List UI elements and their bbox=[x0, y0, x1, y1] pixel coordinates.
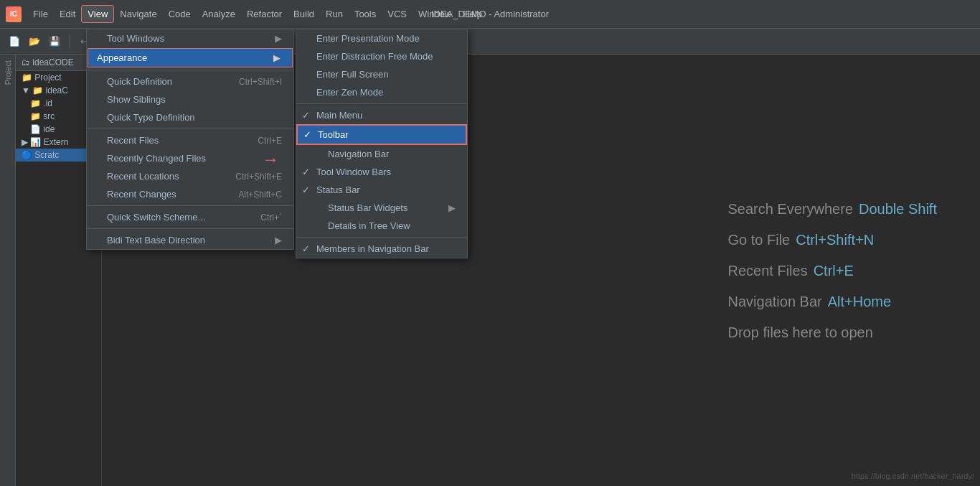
toolbar-save[interactable]: 💾 bbox=[46, 33, 63, 50]
view-menu-recent-changes-label: Recent Changes bbox=[107, 189, 217, 200]
view-menu-recent-files[interactable]: Recent Files Ctrl+E bbox=[87, 131, 293, 149]
appearance-status-bar-check: ✓ bbox=[302, 184, 310, 195]
appearance-full-screen[interactable]: Enter Full Screen bbox=[296, 65, 467, 83]
view-menu-tool-windows-label: Tool Windows bbox=[107, 33, 275, 44]
shortcut-search-label: Search Everywhere bbox=[728, 200, 854, 217]
view-menu-quick-def-shortcut: Ctrl+Shift+I bbox=[217, 77, 282, 87]
watermark: https://blog.csdn.net/hacker_hardy/ bbox=[852, 472, 974, 480]
shortcut-goto-label: Go to File bbox=[728, 231, 791, 248]
view-menu-quick-type-def-label: Quick Type Definition bbox=[107, 112, 282, 123]
shortcuts-display: Search Everywhere Double Shift Go to Fil… bbox=[728, 200, 938, 340]
shortcut-goto-key: Ctrl+Shift+N bbox=[796, 231, 874, 248]
view-menu-quick-switch[interactable]: Quick Switch Scheme... Ctrl+` bbox=[87, 208, 293, 226]
view-menu-recently-changed[interactable]: Recently Changed Files bbox=[87, 149, 293, 167]
appearance-status-bar[interactable]: ✓ Status Bar bbox=[296, 181, 467, 199]
shortcut-goto: Go to File Ctrl+Shift+N bbox=[728, 231, 938, 248]
appearance-tool-window-bars[interactable]: ✓ Tool Window Bars bbox=[296, 163, 467, 181]
view-menu-bidi-label: Bidi Text Base Direction bbox=[107, 235, 275, 246]
sidebar-project-label[interactable]: Project bbox=[4, 60, 12, 85]
appearance-details-tree[interactable]: Details in Tree View bbox=[296, 217, 467, 235]
view-menu-quick-def-label: Quick Definition bbox=[107, 76, 217, 87]
view-menu-recent-changes-shortcut: Alt+Shift+C bbox=[217, 190, 282, 200]
view-menu-sep-4 bbox=[87, 228, 293, 229]
appearance-presentation-label: Enter Presentation Mode bbox=[316, 33, 456, 44]
appearance-sep-2 bbox=[296, 237, 467, 238]
view-menu-recent-locations-label: Recent Locations bbox=[107, 171, 214, 182]
appearance-full-screen-label: Enter Full Screen bbox=[316, 69, 456, 80]
appearance-toolbar-label: Toolbar bbox=[318, 129, 454, 140]
appearance-toolbar[interactable]: ✓ Toolbar bbox=[296, 124, 467, 145]
menu-tools[interactable]: Tools bbox=[349, 6, 382, 22]
appearance-navigation-bar-label: Navigation Bar bbox=[316, 149, 456, 159]
view-menu-quick-def[interactable]: Quick Definition Ctrl+Shift+I bbox=[87, 73, 293, 90]
view-menu-tool-windows[interactable]: Tool Windows ▶ bbox=[87, 29, 293, 47]
appearance-status-bar-widgets[interactable]: Status Bar Widgets ▶ bbox=[296, 199, 467, 217]
appearance-sep-1 bbox=[296, 103, 467, 104]
appearance-status-bar-widgets-label: Status Bar Widgets bbox=[316, 202, 448, 213]
appearance-members-nav[interactable]: ✓ Members in Navigation Bar bbox=[296, 240, 467, 258]
project-panel-title: 🗂 ideaCODE bbox=[22, 57, 74, 67]
view-menu-recent-locations-shortcut: Ctrl+Shift+E bbox=[214, 172, 282, 182]
menu-refactor[interactable]: Refactor bbox=[241, 6, 288, 22]
view-menu-bidi-arrow: ▶ bbox=[275, 235, 282, 246]
appearance-main-menu[interactable]: ✓ Main Menu bbox=[296, 106, 467, 124]
appearance-members-nav-label: Members in Navigation Bar bbox=[316, 243, 456, 254]
app-logo: IC bbox=[6, 6, 22, 22]
view-menu-sep-3 bbox=[87, 205, 293, 206]
view-menu-quick-switch-shortcut: Ctrl+` bbox=[239, 212, 282, 223]
appearance-presentation[interactable]: Enter Presentation Mode bbox=[296, 29, 467, 47]
menu-file[interactable]: File bbox=[27, 6, 54, 22]
view-menu-recent-files-label: Recent Files bbox=[107, 135, 236, 146]
appearance-members-nav-check: ✓ bbox=[302, 243, 310, 254]
appearance-toolbar-check: ✓ bbox=[303, 129, 311, 140]
menu-navigate[interactable]: Navigate bbox=[114, 6, 162, 22]
appearance-zen-mode[interactable]: Enter Zen Mode bbox=[296, 83, 467, 101]
shortcut-recent-label: Recent Files bbox=[728, 262, 808, 279]
shortcut-drop: Drop files here to open bbox=[728, 324, 938, 340]
appearance-tool-window-bars-label: Tool Window Bars bbox=[316, 167, 456, 177]
menubar: IC File Edit View Navigate Code Analyze … bbox=[0, 0, 980, 29]
appearance-status-bar-widgets-arrow: ▶ bbox=[448, 202, 456, 213]
view-menu-quick-type-def[interactable]: Quick Type Definition bbox=[87, 108, 293, 126]
appearance-tool-window-bars-check: ✓ bbox=[302, 167, 310, 177]
appearance-main-menu-label: Main Menu bbox=[316, 110, 456, 121]
appearance-distraction-free[interactable]: Enter Distraction Free Mode bbox=[296, 47, 467, 65]
menu-run[interactable]: Run bbox=[320, 6, 349, 22]
toolbar-open[interactable]: 📂 bbox=[26, 33, 43, 50]
view-menu-recently-changed-label: Recently Changed Files bbox=[107, 153, 282, 164]
menu-build[interactable]: Build bbox=[288, 6, 320, 22]
shortcut-navbar: Navigation Bar Alt+Home bbox=[728, 293, 938, 309]
view-menu-recent-changes[interactable]: Recent Changes Alt+Shift+C bbox=[87, 185, 293, 203]
menu-code[interactable]: Code bbox=[163, 6, 197, 22]
view-menu-show-siblings[interactable]: Show Siblings bbox=[87, 90, 293, 108]
shortcut-recent-key: Ctrl+E bbox=[814, 262, 854, 279]
shortcut-search-key: Double Shift bbox=[859, 200, 937, 217]
view-menu-show-siblings-label: Show Siblings bbox=[107, 94, 282, 105]
appearance-zen-mode-label: Enter Zen Mode bbox=[316, 87, 456, 98]
appearance-distraction-free-label: Enter Distraction Free Mode bbox=[316, 51, 456, 62]
view-menu-appearance-arrow: ▶ bbox=[273, 52, 281, 63]
view-menu-recent-locations[interactable]: Recent Locations Ctrl+Shift+E bbox=[87, 167, 293, 185]
menu-vcs[interactable]: VCS bbox=[382, 6, 413, 22]
appearance-status-bar-label: Status Bar bbox=[316, 184, 456, 195]
sidebar: Project bbox=[0, 55, 16, 486]
menu-edit[interactable]: Edit bbox=[54, 6, 81, 22]
shortcut-navbar-key: Alt+Home bbox=[828, 293, 891, 309]
view-menu-tool-windows-arrow: ▶ bbox=[275, 33, 282, 44]
menu-view[interactable]: View bbox=[81, 5, 114, 23]
shortcut-navbar-label: Navigation Bar bbox=[728, 293, 822, 309]
view-menu-appearance-label: Appearance bbox=[97, 52, 147, 63]
view-menu-appearance[interactable]: Appearance ▶ bbox=[88, 48, 293, 67]
appearance-navigation-bar[interactable]: Navigation Bar bbox=[296, 145, 467, 163]
app-title: IDEA_DEMO - Administrator bbox=[431, 9, 549, 19]
toolbar-separator-1 bbox=[69, 34, 70, 49]
appearance-main-menu-check: ✓ bbox=[302, 110, 310, 121]
view-menu-quick-switch-label: Quick Switch Scheme... bbox=[107, 212, 239, 223]
view-menu-dropdown[interactable]: Tool Windows ▶ Appearance ▶ Quick Defini… bbox=[86, 29, 294, 250]
toolbar-new[interactable]: 📄 bbox=[6, 33, 23, 50]
appearance-submenu[interactable]: Enter Presentation Mode Enter Distractio… bbox=[296, 29, 468, 258]
view-menu-bidi[interactable]: Bidi Text Base Direction ▶ bbox=[87, 231, 293, 249]
menu-analyze[interactable]: Analyze bbox=[197, 6, 241, 22]
appearance-details-tree-label: Details in Tree View bbox=[316, 220, 456, 231]
view-menu-sep-2 bbox=[87, 128, 293, 129]
